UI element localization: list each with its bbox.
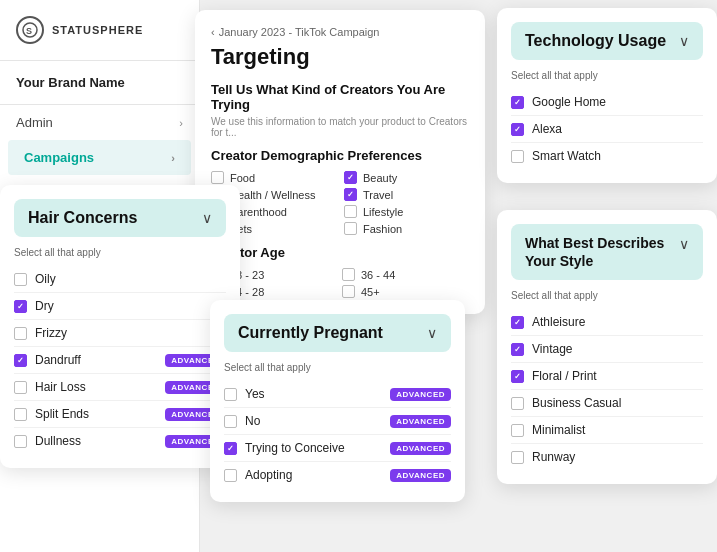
technology-title: Technology Usage	[525, 32, 666, 50]
hair-loss-checkbox[interactable]	[14, 381, 27, 394]
style-runway-checkbox[interactable]	[511, 451, 524, 464]
hair-oily-label: Oily	[35, 272, 56, 286]
technology-header[interactable]: Technology Usage ∨	[511, 22, 703, 60]
hair-concerns-header[interactable]: Hair Concerns ∨	[14, 199, 226, 237]
logo-text: STATUSPHERE	[52, 24, 143, 36]
hair-dry[interactable]: Dry	[14, 293, 226, 320]
style-vintage[interactable]: Vintage	[511, 336, 703, 363]
category-food-checkbox[interactable]	[211, 171, 224, 184]
pregnant-adopting-checkbox[interactable]	[224, 469, 237, 482]
age-36-44-checkbox[interactable]	[342, 268, 355, 281]
currently-pregnant-header[interactable]: Currently Pregnant ∨	[224, 314, 451, 352]
category-beauty[interactable]: Beauty	[344, 171, 469, 184]
category-fashion-checkbox[interactable]	[344, 222, 357, 235]
hair-dullness[interactable]: Dullness ADVANCED	[14, 428, 226, 454]
style-runway-label: Runway	[532, 450, 575, 464]
category-fashion[interactable]: Fashion	[344, 222, 469, 235]
category-lifestyle-label: Lifestyle	[363, 206, 403, 218]
tech-google-home[interactable]: Google Home	[511, 89, 703, 116]
hair-dullness-checkbox[interactable]	[14, 435, 27, 448]
category-beauty-label: Beauty	[363, 172, 397, 184]
currently-pregnant-card: Currently Pregnant ∨ Select all that app…	[210, 300, 465, 502]
category-health-label: Health / Wellness	[230, 189, 315, 201]
pregnant-trying-checkbox[interactable]	[224, 442, 237, 455]
tech-google-home-checkbox[interactable]	[511, 96, 524, 109]
tech-alexa-checkbox[interactable]	[511, 123, 524, 136]
hair-loss[interactable]: Hair Loss ADVANCED	[14, 374, 226, 401]
age-45plus-checkbox[interactable]	[342, 285, 355, 298]
sidebar-item-campaigns[interactable]: Campaigns ›	[8, 140, 191, 175]
pregnant-yes-advanced-badge: ADVANCED	[390, 388, 451, 401]
age-36-44[interactable]: 36 - 44	[342, 268, 469, 281]
pregnant-no-label: No	[245, 414, 382, 428]
pregnant-adopting[interactable]: Adopting ADVANCED	[224, 462, 451, 488]
style-title: What Best Describes Your Style	[525, 234, 679, 270]
category-lifestyle[interactable]: Lifestyle	[344, 205, 469, 218]
tech-smart-watch-label: Smart Watch	[532, 149, 601, 163]
hair-dry-label: Dry	[35, 299, 54, 313]
age-title: Creator Age	[211, 245, 469, 260]
style-chevron-icon: ∨	[679, 236, 689, 252]
hair-concerns-title: Hair Concerns	[28, 209, 137, 227]
hair-split-ends-checkbox[interactable]	[14, 408, 27, 421]
style-minimalist-checkbox[interactable]	[511, 424, 524, 437]
tech-smart-watch[interactable]: Smart Watch	[511, 143, 703, 169]
category-travel[interactable]: Travel	[344, 188, 469, 201]
hair-oily-checkbox[interactable]	[14, 273, 27, 286]
hair-dry-checkbox[interactable]	[14, 300, 27, 313]
category-beauty-checkbox[interactable]	[344, 171, 357, 184]
style-floral-checkbox[interactable]	[511, 370, 524, 383]
style-floral[interactable]: Floral / Print	[511, 363, 703, 390]
pregnant-adopting-advanced-badge: ADVANCED	[390, 469, 451, 482]
hair-loss-label: Hair Loss	[35, 380, 157, 394]
style-athleisure-checkbox[interactable]	[511, 316, 524, 329]
hair-oily[interactable]: Oily	[14, 266, 226, 293]
back-nav[interactable]: ‹ January 2023 - TikTok Campaign	[211, 26, 469, 38]
hair-concerns-chevron-icon: ∨	[202, 210, 212, 226]
hair-dandruff[interactable]: Dandruff ADVANCED	[14, 347, 226, 374]
hair-concerns-card: Hair Concerns ∨ Select all that apply Oi…	[0, 185, 240, 468]
hair-frizzy-label: Frizzy	[35, 326, 67, 340]
tech-smart-watch-checkbox[interactable]	[511, 150, 524, 163]
age-45plus[interactable]: 45+	[342, 285, 469, 298]
category-lifestyle-checkbox[interactable]	[344, 205, 357, 218]
sidebar-admin-label: Admin	[16, 115, 53, 130]
hair-frizzy-checkbox[interactable]	[14, 327, 27, 340]
style-athleisure[interactable]: Athleisure	[511, 309, 703, 336]
pregnant-no-checkbox[interactable]	[224, 415, 237, 428]
style-business-casual[interactable]: Business Casual	[511, 390, 703, 417]
style-header[interactable]: What Best Describes Your Style ∨	[511, 224, 703, 280]
svg-text:S: S	[26, 26, 32, 36]
pregnant-no[interactable]: No ADVANCED	[224, 408, 451, 435]
hair-split-ends[interactable]: Split Ends ADVANCED	[14, 401, 226, 428]
style-minimalist-label: Minimalist	[532, 423, 585, 437]
targeting-title: Targeting	[211, 44, 469, 70]
section-subtext: We use this information to match your pr…	[211, 116, 469, 138]
pregnant-yes[interactable]: Yes ADVANCED	[224, 381, 451, 408]
tech-alexa[interactable]: Alexa	[511, 116, 703, 143]
sidebar-campaigns-label: Campaigns	[24, 150, 94, 165]
hair-frizzy[interactable]: Frizzy	[14, 320, 226, 347]
style-vintage-checkbox[interactable]	[511, 343, 524, 356]
style-runway[interactable]: Runway	[511, 444, 703, 470]
style-business-casual-checkbox[interactable]	[511, 397, 524, 410]
sidebar-logo: S STATUSPHERE	[0, 16, 199, 61]
hair-dullness-label: Dullness	[35, 434, 157, 448]
style-minimalist[interactable]: Minimalist	[511, 417, 703, 444]
hair-dandruff-checkbox[interactable]	[14, 354, 27, 367]
category-travel-checkbox[interactable]	[344, 188, 357, 201]
style-card: What Best Describes Your Style ∨ Select …	[497, 210, 717, 484]
section-header: Tell Us What Kind of Creators You Are Tr…	[211, 82, 469, 112]
category-fashion-label: Fashion	[363, 223, 402, 235]
tech-alexa-label: Alexa	[532, 122, 562, 136]
age-section: Creator Age 18 - 23 36 - 44 24 - 28 45+	[211, 245, 469, 298]
pregnant-select-all: Select all that apply	[224, 362, 451, 373]
pregnant-trying[interactable]: Trying to Conceive ADVANCED	[224, 435, 451, 462]
age-45plus-label: 45+	[361, 286, 380, 298]
pregnant-yes-checkbox[interactable]	[224, 388, 237, 401]
hair-split-ends-label: Split Ends	[35, 407, 157, 421]
pregnant-no-advanced-badge: ADVANCED	[390, 415, 451, 428]
technology-chevron-icon: ∨	[679, 33, 689, 49]
category-food[interactable]: Food	[211, 171, 336, 184]
sidebar-item-admin[interactable]: Admin ›	[0, 105, 199, 140]
